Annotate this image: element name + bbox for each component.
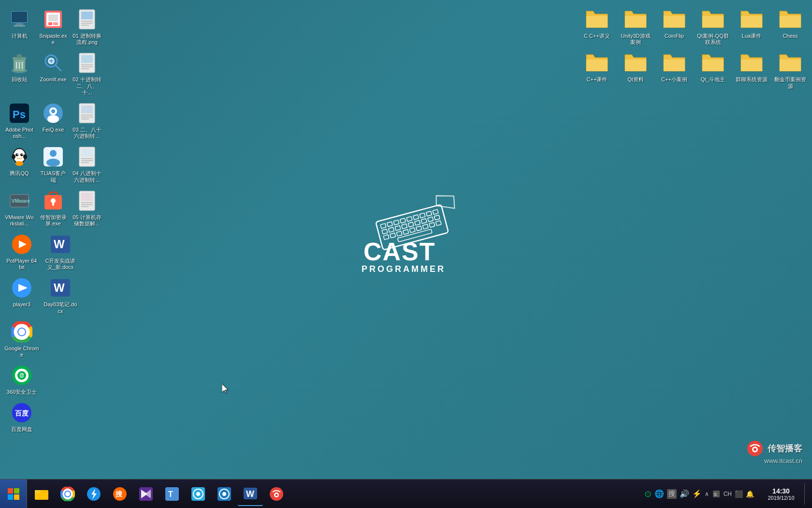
icon-unity3d[interactable]: Unity3D游戏案例 [616,5,655,48]
svg-text:W: W [54,281,65,294]
svg-text:360: 360 [18,373,26,378]
watermark: 传智播客 www.itcast.cn [746,440,802,464]
svg-text:Ps: Ps [13,108,26,120]
tray-expand-icon[interactable]: ∧ [705,491,709,497]
tray-security-icon[interactable]: S [712,490,721,498]
icon-crypt[interactable]: 传智加密录屏.exe [36,186,70,230]
icon-computer-label: 计算机 [12,33,28,39]
desktop-icons-left: 计算机 Snipaste.exe [0,0,106,441]
tray-sound-icon[interactable]: 🔊 [680,489,689,498]
icon-chrome[interactable]: Google Chrome [2,317,41,361]
icon-coinflip[interactable]: CoinFlip [655,5,694,48]
taskbar-right: ⊙ 🌐 搜 🔊 ⚡ ∧ S CH ⬛ 🔔 14:30 2019/12/ [636,479,812,508]
taskbar-navicat1[interactable] [186,482,211,506]
icon-tlias[interactable]: TLIAS客户端 [36,142,70,186]
icon-cpp-lecture[interactable]: C C++讲义 [578,5,616,48]
svg-line-23 [56,65,61,71]
svg-rect-105 [421,219,427,224]
icon-chat-system-label: 群聊系统资源 [736,76,768,83]
icon-cpp-small[interactable]: C++小案例 [655,48,694,92]
icon-qt-data[interactable]: Qt资料 [616,48,655,92]
icon-computer[interactable]: 计算机 [2,5,36,48]
icon-potplayer[interactable]: PotPlayer 64 bit [2,230,41,273]
icon-chat-system[interactable]: 群聊系统资源 [732,48,771,92]
mouse-cursor [222,384,230,396]
icon-binary02[interactable]: 02 十进制转二、八、十... [70,48,104,99]
svg-point-53 [46,159,60,166]
icon-gold-coin[interactable]: 翻金币案例资源 [771,48,810,92]
taskbar-itcast[interactable] [264,482,289,506]
icon-photoshop[interactable]: Ps Adobe Photosh... [2,99,36,142]
show-desktop-button[interactable] [804,483,807,505]
icon-binary05[interactable]: 05 计算机存储数据解... [70,186,104,230]
tray-ime-icon[interactable]: 搜 [667,489,677,499]
icon-recycle[interactable]: 回收站 [2,48,36,99]
icon-zoomit[interactable]: ZoomIt.exe [36,48,70,99]
icon-binary03[interactable]: 03 二、八十六进制转... [70,99,104,142]
icon-day03-label: Day03笔记.docx [43,301,78,314]
svg-rect-7 [48,22,52,25]
taskbar-chrome[interactable] [55,482,80,506]
taskbar-file-explorer[interactable] [29,482,54,506]
svg-rect-38 [81,105,93,113]
icon-qt-qq[interactable]: Qt案例-QQ群联系统 [694,5,732,48]
tray-misc-icon[interactable]: ⬛ [735,490,743,498]
taskbar-navicat2[interactable] [212,482,237,506]
taskbar-items: 搜 T [27,479,636,508]
svg-rect-66 [81,193,93,201]
taskbar-vs[interactable] [133,482,159,506]
icon-day03[interactable]: W Day03笔记.docx [41,273,80,317]
icon-player3[interactable]: player3 [2,273,41,317]
taskbar-thunder[interactable] [81,482,106,506]
icon-binary04-label: 04 八进制十六进制转... [72,170,102,183]
svg-text:PROGRAMMER: PROGRAMMER [362,264,446,274]
icon-cppword[interactable]: W C开发实战讲义_新.docx [41,230,80,273]
svg-point-147 [222,492,226,496]
icon-vmware-label: VMware Workstati... [4,214,34,227]
svg-point-44 [15,153,18,156]
svg-point-45 [20,153,23,156]
icon-qt-qq-label: Qt案例-QQ群联系统 [696,33,730,45]
taskbar-typora[interactable]: T [160,482,185,506]
system-tray: ⊙ 🌐 搜 🔊 ⚡ ∧ S CH ⬛ 🔔 [640,489,758,499]
icon-snipaste[interactable]: Snipaste.exe [36,5,70,48]
taskbar-word[interactable]: W [238,482,263,506]
icon-recycle-label: 回收站 [12,76,28,83]
svg-text:CAST: CAST [363,238,436,266]
taskbar: 搜 T [0,479,812,508]
icon-chess-label: Chess [783,33,798,39]
svg-rect-97 [426,211,432,216]
icon-cpp-course[interactable]: C++课件 [578,48,616,92]
icon-binary05-label: 05 计算机存储数据解... [72,214,102,227]
icon-qt-fight[interactable]: Qt_斗地主 [694,48,732,92]
icon-chess[interactable]: Chess [771,5,810,48]
icon-qq-label: 腾讯QQ [10,170,29,177]
taskbar-sogou[interactable]: 搜 [107,482,132,506]
svg-rect-99 [382,229,388,234]
tray-network-icon[interactable]: 🌐 [654,489,664,498]
tray-360-icon[interactable]: ⊙ [644,489,652,499]
svg-rect-94 [406,216,412,221]
tray-misc2-icon[interactable]: 🔔 [746,490,754,498]
start-button[interactable] [0,479,27,508]
icon-cppword-label: C开发实战讲义_新.docx [43,258,78,270]
tray-language-icon[interactable]: CH [724,491,732,497]
icon-snipaste-label: Snipaste.exe [38,33,68,45]
icon-qt-data-label: Qt资料 [627,76,644,83]
tray-power-icon[interactable]: ⚡ [692,489,702,498]
icon-qq[interactable]: 腾讯QQ [2,142,36,186]
icon-binary-flow-label: 01 进制转换流程.png [72,33,102,45]
icon-gold-coin-label: 翻金币案例资源 [773,76,808,89]
icon-baidu[interactable]: 百度 百度网盘 [2,398,41,435]
icon-lua[interactable]: Lua课件 [732,5,771,48]
clock[interactable]: 14:30 2019/12/10 [762,487,800,501]
icon-baidu-label: 百度网盘 [11,426,32,433]
icon-feiq[interactable]: FeiQ.exe [36,99,70,142]
svg-rect-102 [402,224,407,229]
icon-360[interactable]: 360 360安全卫士 [2,361,41,398]
icon-cpp-small-label: C++小案例 [661,76,687,83]
svg-rect-64 [52,202,54,206]
icon-binary04[interactable]: 04 八进制十六进制转... [70,142,104,186]
icon-binary-flow[interactable]: 01 进制转换流程.png [70,5,104,48]
icon-vmware[interactable]: VMware VMware Workstati... [2,186,36,230]
